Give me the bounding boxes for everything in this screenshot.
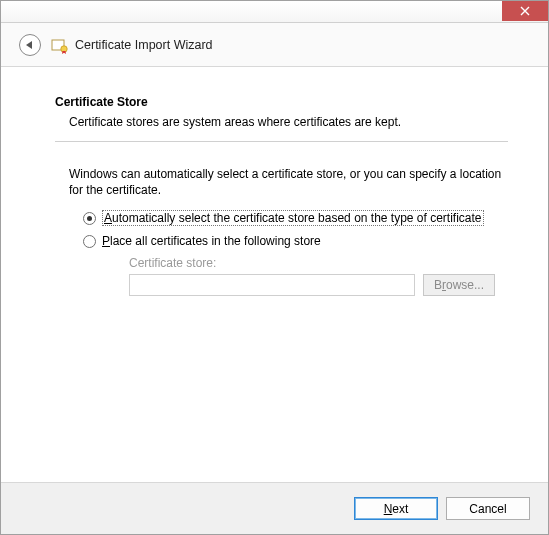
certificate-wizard-icon (51, 38, 69, 54)
titlebar (1, 1, 548, 23)
radio-icon (83, 212, 96, 225)
certificate-store-input (129, 274, 415, 296)
certificate-store-label: Certificate store: (129, 256, 508, 270)
radio-icon (83, 235, 96, 248)
close-icon (520, 6, 530, 16)
radio-auto-label: Automatically select the certificate sto… (102, 210, 484, 226)
radio-auto-select[interactable]: Automatically select the certificate sto… (83, 210, 508, 226)
cancel-button[interactable]: Cancel (446, 497, 530, 520)
divider (55, 141, 508, 142)
radio-manual-label: Place all certificates in the following … (102, 234, 321, 248)
back-button[interactable] (19, 34, 41, 56)
radio-manual-store[interactable]: Place all certificates in the following … (83, 234, 508, 248)
wizard-content: Certificate Store Certificate stores are… (1, 67, 548, 482)
next-button[interactable]: Next (354, 497, 438, 520)
wizard-header: Certificate Import Wizard (1, 23, 548, 67)
browse-button: Browse... (423, 274, 495, 296)
page-heading: Certificate Store (55, 95, 508, 109)
wizard-title: Certificate Import Wizard (75, 38, 213, 52)
back-arrow-icon (26, 41, 32, 49)
page-body-text: Windows can automatically select a certi… (69, 166, 504, 198)
store-radio-group: Automatically select the certificate sto… (83, 210, 508, 296)
certificate-store-block: Certificate store: Browse... (129, 256, 508, 296)
wizard-footer: Next Cancel (1, 482, 548, 534)
close-button[interactable] (502, 1, 548, 21)
page-subtitle: Certificate stores are system areas wher… (69, 115, 508, 129)
